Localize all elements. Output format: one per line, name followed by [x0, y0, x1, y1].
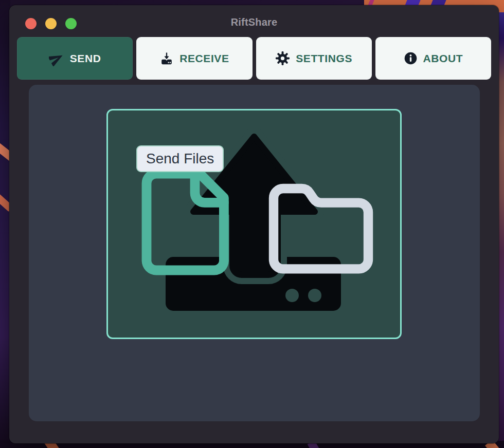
paper-plane-icon [49, 51, 64, 66]
tab-about-label: ABOUT [423, 52, 463, 65]
content-panel: Send Files [29, 85, 480, 421]
send-files-button[interactable]: Send Files [136, 145, 224, 172]
window-title: RiftShare [9, 16, 499, 28]
tab-send-label: SEND [70, 52, 101, 65]
tab-about[interactable]: ABOUT [375, 37, 491, 80]
wallpaper-left-strip [0, 0, 10, 448]
tab-settings[interactable]: SETTINGS [256, 37, 372, 80]
info-icon [404, 51, 418, 65]
file-icon [147, 174, 224, 270]
file-drop-zone[interactable]: Send Files [106, 109, 402, 339]
app-window: RiftShare SEND RECEIVE [9, 5, 499, 443]
gear-icon [275, 51, 290, 66]
titlebar: RiftShare [9, 5, 499, 37]
download-icon [159, 51, 174, 66]
tab-receive-label: RECEIVE [179, 52, 229, 65]
tab-settings-label: SETTINGS [296, 52, 352, 65]
tab-bar: SEND RECEIVE [17, 37, 491, 80]
upload-illustration [106, 109, 402, 339]
tab-receive[interactable]: RECEIVE [136, 37, 252, 80]
tab-send[interactable]: SEND [17, 37, 133, 80]
